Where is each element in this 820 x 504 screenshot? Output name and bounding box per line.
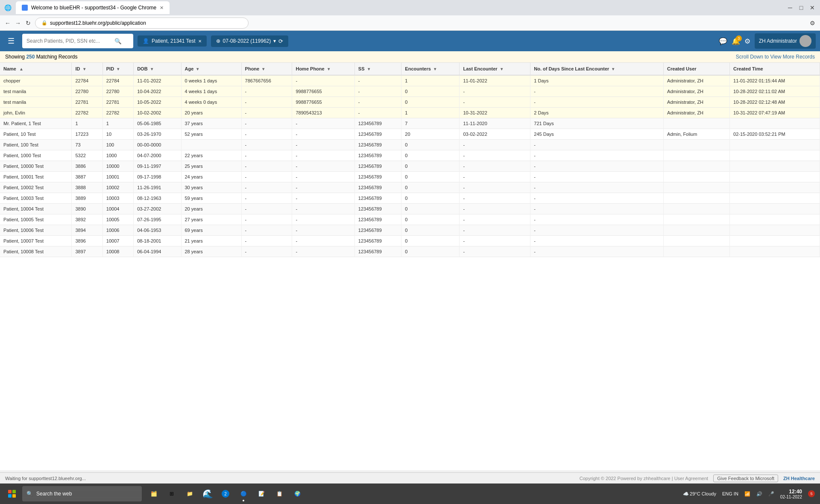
wifi-tray[interactable]: 📶: [743, 490, 752, 498]
address-input[interactable]: 🔒 supporttest12.bluehr.org/public/applic…: [35, 18, 249, 29]
refresh-button[interactable]: ↻: [25, 20, 32, 26]
notifications-button[interactable]: 🔔 3: [732, 37, 740, 45]
table-row[interactable]: john, Evlin227822278210-02-200220 years-…: [0, 108, 820, 118]
clock-widget[interactable]: 12:40 02-11-2022: [779, 488, 804, 500]
table-cell: 1 Days: [530, 75, 664, 86]
taskbar-app-chrome[interactable]: 🔵: [235, 485, 252, 502]
table-cell: 0: [401, 214, 460, 225]
table-cell: 27 years: [181, 214, 241, 225]
encounter-tab[interactable]: ⊕ 07-08-2022 (119962) ▾ ⟳: [211, 35, 289, 47]
table-cell: Patient, 100 Test: [0, 140, 72, 150]
col-encounters[interactable]: Encounters ▾: [401, 63, 460, 75]
table-cell: 25 years: [181, 161, 241, 172]
table-cell: [730, 172, 820, 182]
patient-search-input[interactable]: [26, 38, 112, 44]
sound-tray[interactable]: 🔊: [755, 490, 764, 498]
table-row[interactable]: Patient, 10007 Test38961000708-18-200121…: [0, 236, 820, 246]
table-cell: 1: [102, 118, 133, 129]
taskbar-apps: 🗂️ ⊞ 📁 🌊 2 🔵 📝 📋 🌍: [145, 485, 306, 502]
table-cell: -: [530, 246, 664, 257]
table-row[interactable]: Patient, 10002 Test38881000211-26-199130…: [0, 182, 820, 193]
hamburger-menu-button[interactable]: ☰: [4, 35, 18, 47]
table-cell: Mr. Patient, 1 Test: [0, 118, 72, 129]
col-id[interactable]: ID ▾: [72, 63, 102, 75]
table-row[interactable]: Patient, 10004 Test38901000403-27-200220…: [0, 204, 820, 214]
table-cell: -: [530, 161, 664, 172]
table-row[interactable]: Patient, 1000 Test5322100004-07-200022 y…: [0, 150, 820, 161]
col-dob[interactable]: DOB ▾: [134, 63, 181, 75]
col-phone[interactable]: Phone ▾: [241, 63, 292, 75]
maximize-button[interactable]: □: [798, 4, 805, 11]
table-row[interactable]: Patient, 10000 Test38861000009-11-199725…: [0, 161, 820, 172]
back-button[interactable]: ←: [4, 20, 11, 26]
table-row[interactable]: test manila227802278010-04-20224 weeks 1…: [0, 86, 820, 97]
col-last-encounter[interactable]: Last Encounter ▾: [460, 63, 530, 75]
table-cell: 1: [401, 108, 460, 118]
col-created-user[interactable]: Created User: [664, 63, 730, 75]
encounter-refresh-button[interactable]: ⟳: [278, 38, 283, 44]
table-cell: -: [241, 193, 292, 204]
col-age[interactable]: Age ▾: [181, 63, 241, 75]
browser-tab[interactable]: Welcome to blueEHR - supporttest34 - Goo…: [16, 1, 170, 14]
weather-widget[interactable]: ☁️ 29°C Cloudy: [681, 490, 718, 498]
task-view-icon: ⊞: [170, 491, 174, 497]
taskbar-app-globe[interactable]: 🌍: [289, 485, 306, 502]
table-cell: 10-02-2002: [134, 108, 181, 118]
table-row[interactable]: Patient, 100 Test7310000-00-0000--123456…: [0, 140, 820, 150]
search-submit-button[interactable]: 🔍: [114, 38, 122, 44]
table-row[interactable]: Patient, 10008 Test38971000806-04-199428…: [0, 246, 820, 257]
col-ss[interactable]: SS ▾: [354, 63, 401, 75]
tab-close-icon[interactable]: ✕: [160, 5, 164, 11]
app-header: ☰ 🔍 👤 Patient, 21341 Test ✕ ⊕ 07-08-2022…: [0, 31, 820, 51]
table-row[interactable]: chopper227842278411-01-20220 weeks 1 day…: [0, 75, 820, 86]
table-row[interactable]: Patient, 10003 Test38891000308-12-196359…: [0, 193, 820, 204]
language-tray[interactable]: ENG IN: [720, 490, 740, 497]
extensions-button[interactable]: ⚙: [809, 20, 816, 26]
taskbar-app-edge[interactable]: 🌊: [199, 485, 216, 502]
table-cell: -: [530, 150, 664, 161]
table-row[interactable]: Patient, 10006 Test38941000604-06-195369…: [0, 225, 820, 236]
table-row[interactable]: Patient, 10001 Test38871000109-17-199824…: [0, 172, 820, 182]
table-cell: 123456789: [354, 214, 401, 225]
messages-button[interactable]: 💬: [719, 37, 727, 45]
sort-days-since-icon: ▾: [612, 67, 614, 71]
start-button[interactable]: [3, 485, 20, 502]
table-cell: 1: [401, 75, 460, 86]
table-cell: 08-18-2001: [134, 236, 181, 246]
mic-tray[interactable]: 🎤: [767, 490, 776, 498]
taskbar-app-teams[interactable]: 📋: [271, 485, 288, 502]
close-button[interactable]: ✕: [809, 4, 816, 11]
table-row[interactable]: Mr. Patient, 1 Test1105-06-198537 years-…: [0, 118, 820, 129]
table-row[interactable]: test manila227812278110-05-20224 weeks 0…: [0, 97, 820, 108]
table-cell: 3888: [72, 182, 102, 193]
col-created-time[interactable]: Created Time: [730, 63, 820, 75]
col-home-phone[interactable]: Home Phone ▾: [292, 63, 354, 75]
scroll-hint[interactable]: Scroll Down to View More Records: [736, 54, 815, 60]
notifications-tray[interactable]: 5: [806, 489, 817, 498]
feedback-button[interactable]: Give Feedback to Microsoft: [713, 475, 778, 482]
col-name[interactable]: Name ▲: [0, 63, 72, 75]
col-days-since[interactable]: No. of Days Since Last Encounter ▾: [530, 63, 664, 75]
table-row[interactable]: Patient, 10005 Test38921000507-26-199527…: [0, 214, 820, 225]
minimize-button[interactable]: ─: [787, 4, 794, 11]
taskbar-search[interactable]: 🔍 Search the web: [22, 486, 142, 501]
table-cell: -: [460, 86, 530, 97]
taskbar-app-folder[interactable]: 📁: [181, 485, 198, 502]
table-cell: -: [354, 86, 401, 97]
user-menu-button[interactable]: ZH Administrator: [755, 33, 816, 49]
taskbar-app-edge-badge[interactable]: 2: [217, 485, 234, 502]
taskbar-app-file-explorer[interactable]: 🗂️: [145, 485, 162, 502]
settings-button[interactable]: ⚙: [744, 37, 750, 45]
window-controls[interactable]: 🌐: [4, 4, 12, 11]
patient-tab-close-icon[interactable]: ✕: [198, 39, 202, 44]
sort-last-encounter-icon: ▾: [501, 67, 503, 71]
col-pid[interactable]: PID ▾: [102, 63, 133, 75]
taskbar-app-task-view[interactable]: ⊞: [163, 485, 180, 502]
forward-button[interactable]: →: [15, 20, 21, 26]
patient-tab[interactable]: 👤 Patient, 21341 Test ✕: [138, 35, 207, 47]
encounter-tab-dropdown-icon[interactable]: ▾: [273, 38, 276, 44]
taskbar-app-notepad[interactable]: 📝: [253, 485, 270, 502]
table-cell: test manila: [0, 86, 72, 97]
table-row[interactable]: Patient, 10 Test172231003-26-197052 year…: [0, 129, 820, 140]
table-cell: -: [460, 225, 530, 236]
